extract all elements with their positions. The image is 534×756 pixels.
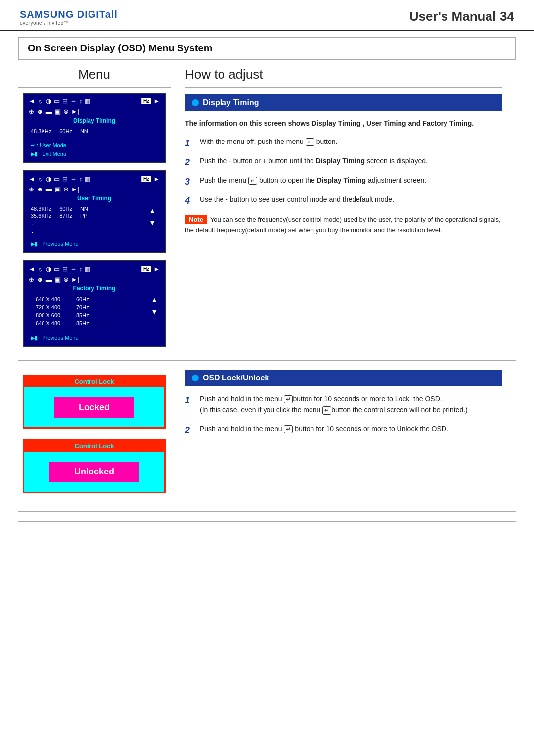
screen2-pp: PP [80,213,88,219]
rect-icon: ▬ [46,108,52,115]
arrow-left-icon: ◄ [29,97,35,105]
step-num-3: 3 [185,175,194,189]
lock-step-num-1: 1 [185,393,194,408]
factory-hz1: 60Hz [74,296,146,303]
vert-icon3: ↕ [79,265,83,273]
screen2-dots2: . [31,228,88,234]
control-lock-inner-2: Unlocked [24,452,164,492]
step-1: 1 With the menu off, push the menu ↵ but… [185,137,502,150]
note-text: You can see the frequency(user control m… [185,216,501,234]
osd3-icons-right1: Hz ► [141,265,160,273]
screen2-footer: ▶▮ : Previous Menu [27,239,162,247]
osd2-top-row2: ⊕ ☻ ▬ ▣ ⊗ ►| [27,185,162,194]
menu-btn-3: ↵ [248,177,257,185]
screen3-title: Factory Timing [27,285,162,292]
step-2: 2 Push the - button or + button until th… [185,156,502,169]
osd-top-row2: ⊕ ☻ ▬ ▣ ⊗ ►| [27,107,162,116]
color-icon2: ⊕ [29,186,34,193]
position-icon: ⊟ [62,97,68,105]
geometry-icon: ▭ [54,97,60,105]
step-3: 3 Push the menu ↵ button to open the Dis… [185,175,502,189]
osd-screen-display-timing: ◄ ☼ ◑ ▭ ⊟ ↔ ↕ ▦ Hz ► ⊕ ☻ ▬ [23,93,166,163]
control-lock-title-1: Control Lock [24,376,164,387]
step-num-4: 4 [185,194,194,208]
blue-dot-display [192,99,199,106]
table-row: 800 X 600 85Hz [34,312,146,319]
lock-step-num-2: 2 [185,424,194,438]
table-row: 720 X 400 70Hz [34,304,146,311]
screen2-khz2: 35.6KHz [31,213,51,219]
menu-column: Menu ◄ ☼ ◑ ▭ ⊟ ↔ ↕ ▦ Hz ► [18,60,171,360]
screen1-nn: NN [80,128,88,134]
section-title-bar: On Screen Display (OSD) Menu System [18,37,516,60]
osd-lock-adjust-column: OSD Lock/Unlock 1 Push and hold in the m… [171,361,516,501]
lock-step2-text: Push and hold in the menu ↵ button for 1… [200,424,448,434]
color-icon3: ⊕ [29,276,34,283]
screen1-title: Display Timing [27,117,162,124]
screen1-khz: 48.3KHz [31,128,51,134]
menu-btn-lock1b: ↵ [322,406,331,414]
factory-res2: 720 X 400 [34,304,73,311]
menu-btn-lock2: ↵ [284,425,293,433]
page-number: 34 [500,9,514,24]
adjust-col-header: How to adjust [185,60,502,88]
factory-hz4: 85Hz [74,320,146,327]
scroll-down-icon2: ▼ [151,308,158,316]
footer-line [18,521,516,522]
samsung-logo: SAMSUNG DIGITall [20,9,118,20]
osd-screen-factory-timing: ◄ ☼ ◑ ▭ ⊟ ↔ ↕ ▦ Hz ► ⊕ ☻ ▬ [23,260,166,347]
hz-box2: Hz [141,176,151,182]
eco-icon2: ☻ [37,186,44,193]
step-num-1: 1 [185,137,194,150]
manual-title: User's Manual34 [405,9,514,24]
adjust-column: How to adjust Display Timing The informa… [171,60,516,360]
osd-lock-heading: OSD Lock/Unlock [185,370,502,386]
eco-icon: ☻ [37,108,44,115]
menu-btn-lock1: ↵ [284,395,293,403]
brightness-icon2: ☼ [38,175,44,183]
osd-icons-right1: Hz ► [141,97,160,105]
logo-tagline: everyone's invited™ [20,20,118,26]
osd2-top-row1: ◄ ☼ ◑ ▭ ⊟ ↔ ↕ ▦ Hz ► [27,174,162,184]
arrow-right-icon3: ► [153,265,160,273]
step-4: 4 Use the - button to see user control m… [185,194,502,208]
rect-icon2: ▬ [46,186,52,193]
menu-col-header: Menu [18,60,171,88]
contrast-icon3: ◑ [46,265,51,273]
logo-area: SAMSUNG DIGITall everyone's invited™ [20,9,118,26]
noentry-icon3: ⊗ [63,276,69,283]
control-lock-inner-1: Locked [24,387,164,427]
skip-icon3: ►| [71,276,79,283]
timing-icon3: ▦ [85,265,90,273]
osd-lock-heading-text: OSD Lock/Unlock [203,374,269,382]
horiz-icon2: ↔ [70,175,77,183]
scroll-down-icon: ▼ [149,219,156,227]
osd-screen-user-timing: ◄ ☼ ◑ ▭ ⊟ ↔ ↕ ▦ Hz ► ⊕ ☻ ▬ [23,170,166,253]
eco-icon3: ☻ [37,276,44,283]
step3-bold: Display Timing [317,176,366,184]
rect-icon3: ▬ [46,276,52,283]
timing-icon: ▦ [85,97,90,105]
osd-lock-step-1: 1 Push and hold in the menu ↵button for … [185,393,502,416]
geometry-icon2: ▭ [54,175,60,183]
skip-icon2: ►| [71,186,79,193]
step3-text: Push the menu ↵ button to open the Displ… [200,175,426,186]
table-row: 640 X 480 60Hz [34,296,146,303]
control-lock-column: Control Lock Locked Control Lock Unlocke… [18,361,171,501]
header: SAMSUNG DIGITall everyone's invited™ Use… [0,0,534,31]
control-lock-locked-box: Control Lock Locked [23,375,166,429]
factory-hz2: 70Hz [74,304,146,311]
osd2-icons-left1: ◄ ☼ ◑ ▭ ⊟ ↔ ↕ ▦ [29,175,90,183]
noentry-icon2: ⊗ [63,186,69,193]
scroll-up-icon: ▲ [149,207,156,215]
osd3-icons-left1: ◄ ☼ ◑ ▭ ⊟ ↔ ↕ ▦ [29,265,90,273]
screen1-row1: 48.3KHz 60Hz NN [31,128,158,134]
factory-hz3: 85Hz [74,312,146,319]
blue-dot-lock [192,375,199,381]
arrow-left-icon3: ◄ [29,265,35,273]
locked-label: Locked [54,397,134,418]
factory-res3: 800 X 600 [34,312,73,319]
skip-icon: ►| [71,108,79,115]
osd-lock-section: Control Lock Locked Control Lock Unlocke… [18,361,516,512]
factory-res1: 640 X 480 [34,296,73,303]
